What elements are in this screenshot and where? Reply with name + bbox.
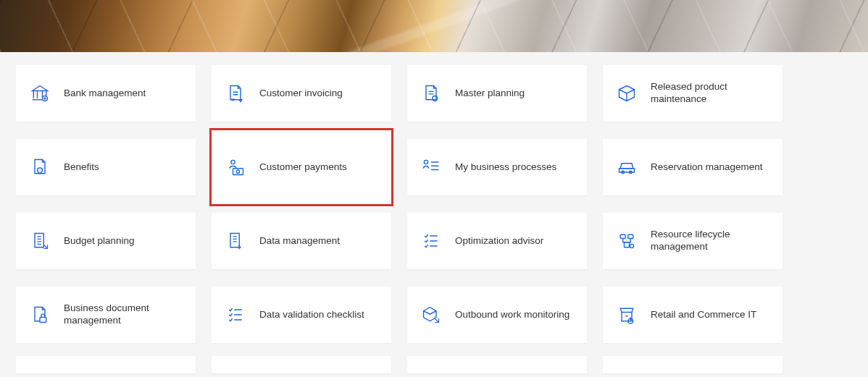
tile-label: Optimization advisor <box>455 235 543 247</box>
tile-resource-lifecycle-management[interactable]: Resource lifecycle management <box>603 213 783 269</box>
tile-label: Master planning <box>455 88 525 100</box>
tile-label: Data validation checklist <box>259 309 364 321</box>
data-management-icon <box>225 230 246 252</box>
tile-peek[interactable] <box>407 356 587 373</box>
tile-reservation-management[interactable]: Reservation management <box>603 139 783 195</box>
bank-icon <box>29 82 51 104</box>
tile-my-business-processes[interactable]: My business processes <box>407 139 587 195</box>
tile-label: Bank management <box>64 88 146 100</box>
invoice-icon <box>225 82 246 104</box>
tile-data-management[interactable]: Data management <box>212 213 391 269</box>
svg-point-2 <box>231 160 235 164</box>
tile-customer-payments[interactable]: Customer payments <box>212 130 391 204</box>
tile-label: Data management <box>259 235 340 247</box>
customer-payments-icon <box>225 156 246 178</box>
tile-released-product-maintenance[interactable]: Released product maintenance <box>603 65 783 122</box>
svg-rect-10 <box>625 242 630 247</box>
tile-optimization-advisor[interactable]: Optimization advisor <box>407 213 587 269</box>
hero-banner <box>0 0 868 52</box>
tile-master-planning[interactable]: Master planning <box>407 65 587 122</box>
document-lock-icon <box>29 304 51 326</box>
tile-label: Customer payments <box>259 161 347 174</box>
planning-icon <box>420 82 442 104</box>
tile-label: Outbound work monitoring <box>455 309 569 321</box>
tile-outbound-work-monitoring[interactable]: Outbound work monitoring <box>407 287 587 343</box>
car-icon <box>616 156 638 178</box>
tile-label: Customer invoicing <box>259 88 343 100</box>
checklist-icon <box>225 304 246 326</box>
svg-rect-9 <box>628 234 633 238</box>
tile-peek[interactable] <box>16 356 196 373</box>
tile-business-document-management[interactable]: Business document management <box>16 287 196 343</box>
benefits-icon <box>29 156 51 178</box>
tile-retail-and-commerce-it[interactable]: Retail and Commerce IT <box>603 287 783 343</box>
tile-label: Reservation management <box>651 161 763 174</box>
outbound-icon <box>420 304 442 326</box>
retail-icon <box>616 304 638 326</box>
tile-label: Business document management <box>64 302 183 327</box>
budget-icon <box>29 230 51 252</box>
svg-point-5 <box>424 160 427 164</box>
tile-label: Benefits <box>64 161 99 174</box>
svg-rect-12 <box>40 318 46 323</box>
lifecycle-icon <box>616 230 638 252</box>
svg-rect-8 <box>620 234 625 238</box>
checklist-icon <box>420 230 442 252</box>
svg-point-11 <box>630 244 633 247</box>
workspace-grid: Bank management Customer invoicing Maste… <box>0 52 868 356</box>
tile-customer-invoicing[interactable]: Customer invoicing <box>212 65 391 122</box>
package-icon <box>616 82 638 104</box>
tile-label: Retail and Commerce IT <box>651 309 756 321</box>
tile-label: My business processes <box>455 161 556 174</box>
workspace-grid-next-row-peek <box>0 356 868 377</box>
tile-data-validation-checklist[interactable]: Data validation checklist <box>212 287 391 343</box>
tile-bank-management[interactable]: Bank management <box>16 65 196 122</box>
tile-label: Resource lifecycle management <box>651 229 769 253</box>
process-list-icon <box>420 156 442 178</box>
tile-label: Budget planning <box>64 235 135 247</box>
svg-point-4 <box>236 170 239 173</box>
svg-rect-3 <box>233 169 243 175</box>
tile-peek[interactable] <box>603 356 783 373</box>
tile-label: Released product maintenance <box>651 81 769 106</box>
tile-budget-planning[interactable]: Budget planning <box>16 213 196 269</box>
tile-peek[interactable] <box>212 356 391 373</box>
tile-benefits[interactable]: Benefits <box>16 139 196 195</box>
